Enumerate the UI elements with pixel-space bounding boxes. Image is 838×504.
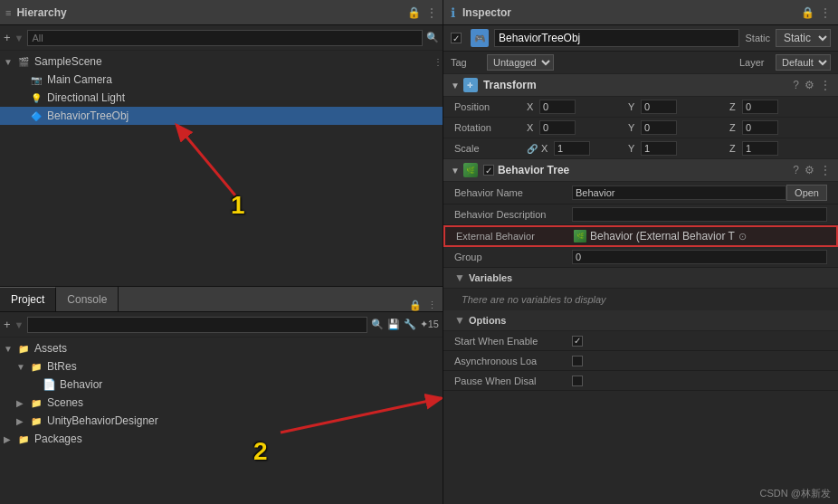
behavior-desc-input[interactable]	[572, 207, 827, 222]
folder-icon: 📁	[29, 359, 43, 374]
project-item-label: UnityBehaviorDesigner	[47, 414, 158, 427]
project-item-assets[interactable]: ▼ 📁 Assets	[0, 339, 443, 357]
settings-icon[interactable]: ⚙	[805, 79, 814, 91]
watermark: CSDN @林新发	[760, 487, 831, 500]
pos-z-input[interactable]	[742, 100, 778, 114]
hierarchy-item-label: Directional Light	[47, 91, 125, 104]
rot-y-field: Y	[628, 120, 726, 135]
active-checkbox[interactable]: ✓	[451, 33, 462, 43]
more-icon[interactable]: ⋮	[820, 79, 831, 91]
y-label: Y	[628, 101, 639, 112]
scale-y-input[interactable]	[641, 141, 677, 156]
project-item-label: Scenes	[47, 396, 83, 409]
rot-z-input[interactable]	[742, 120, 778, 135]
object-name-field[interactable]	[494, 29, 739, 47]
rotation-xyz: X Y Z	[527, 120, 827, 135]
hierarchy-item-label: BehaviorTreeObj	[47, 109, 129, 122]
scale-x-input[interactable]	[554, 141, 590, 156]
arrow-scene: ▼	[4, 57, 16, 67]
project-item-ubd[interactable]: ▶ 📁 UnityBehaviorDesigner	[0, 412, 443, 430]
group-label: Group	[454, 252, 572, 262]
async-load-checkbox[interactable]	[572, 356, 583, 366]
options-expand-icon: ▼	[454, 314, 465, 327]
group-input[interactable]	[572, 250, 827, 264]
hierarchy-item-directionallight[interactable]: 💡 Directional Light	[0, 89, 443, 107]
start-when-checkbox[interactable]: ✓	[572, 336, 583, 347]
project-item-packages[interactable]: ▶ 📁 Packages	[0, 430, 443, 448]
scale-label: Scale	[454, 143, 527, 154]
project-item-btres[interactable]: ▼ 📁 BtRes	[0, 357, 443, 376]
static-dropdown[interactable]: Static	[776, 29, 831, 47]
add-btn-project[interactable]: +	[4, 318, 11, 331]
z-label: Z	[729, 101, 740, 112]
help-icon-bt[interactable]: ?	[793, 164, 799, 176]
position-row: Position X Y Z	[443, 97, 838, 118]
more-icon-bt[interactable]: ⋮	[820, 164, 831, 176]
variables-section: ▼ Variables	[443, 268, 838, 289]
project-toolbar: + ▼ 🔍 💾 🔧 ✦15	[0, 312, 443, 338]
project-panel: Project Console 🔒 ⋮ + ▼ 🔍 💾 🔧 ✦15 ▼	[0, 287, 443, 504]
external-behavior-label: External Behavior	[456, 231, 574, 242]
project-item-scenes[interactable]: ▶ 📁 Scenes	[0, 394, 443, 412]
tab-project[interactable]: Project	[0, 287, 56, 311]
hierarchy-item-maincamera[interactable]: 📷 Main Camera	[0, 71, 443, 89]
ext-behavior-text: Behavior (External Behavior T	[590, 230, 735, 242]
project-item-behavior[interactable]: 📄 Behavior	[0, 376, 443, 394]
settings-icon-bt[interactable]: ⚙	[805, 164, 814, 176]
bt-component-header[interactable]: ▼ 🌿 ✓ Behavior Tree ? ⚙ ⋮	[443, 159, 838, 182]
rot-x-field: X	[527, 120, 624, 135]
bt-title: Behavior Tree	[498, 164, 793, 176]
open-button[interactable]: Open	[786, 185, 827, 201]
scale-z-label: Z	[729, 143, 740, 154]
clear-icon[interactable]: ⊙	[738, 231, 747, 242]
pause-when-checkbox[interactable]	[572, 376, 583, 386]
inspector-title: Inspector	[462, 6, 511, 19]
rot-x-input[interactable]	[539, 120, 576, 135]
rotation-row: Rotation X Y Z	[443, 118, 838, 138]
scale-x-field: 🔗 X	[527, 141, 624, 156]
hierarchy-item-label: Main Camera	[47, 73, 112, 86]
tag-dropdown[interactable]: Untagged	[487, 54, 554, 71]
hierarchy-item-label: SampleScene	[34, 55, 102, 68]
layer-dropdown[interactable]: Default	[776, 54, 831, 71]
hierarchy-item-behaviortreeobj[interactable]: 🔷 BehaviorTreeObj	[0, 107, 443, 125]
layer-label: Layer	[739, 57, 768, 68]
arrow-ubd: ▶	[16, 416, 29, 426]
x-label: X	[527, 101, 538, 112]
help-icon[interactable]: ?	[793, 79, 799, 91]
behavior-name-row: Behavior Name Open	[443, 182, 838, 204]
more-icon: ⋮	[426, 6, 437, 19]
more-icon-inspector: ⋮	[820, 6, 831, 19]
hierarchy-title: Hierarchy	[16, 6, 66, 19]
variables-label: Variables	[469, 272, 512, 283]
scene-icon: 🎬	[16, 54, 31, 69]
camera-icon: 📷	[29, 72, 43, 87]
scale-z-input[interactable]	[742, 141, 778, 156]
hierarchy-item-samplescene[interactable]: ▼ 🎬 SampleScene ⋮	[0, 52, 443, 71]
variables-expand-icon: ▼	[454, 271, 465, 284]
behavior-name-label: Behavior Name	[454, 187, 572, 198]
scale-x-label: X	[541, 143, 552, 154]
inspector-content: ✓ 🎮 Static Static Tag Untagged Layer Def…	[443, 25, 838, 504]
rot-y-label: Y	[628, 122, 639, 133]
pos-y-input[interactable]	[641, 100, 677, 114]
transform-component-header[interactable]: ▼ ✛ Transform ? ⚙ ⋮	[443, 74, 838, 97]
behavior-desc-row: Behavior Description	[443, 204, 838, 225]
arrow-assets: ▼	[4, 344, 16, 354]
annotation-label-1: 1	[231, 191, 245, 220]
arrow-btres: ▼	[16, 362, 29, 372]
options-label: Options	[469, 315, 507, 326]
project-content: ▼ 📁 Assets ▼ 📁 BtRes 📄 Behavior ▶ 📁	[0, 338, 443, 504]
pos-x-input[interactable]	[539, 100, 576, 114]
start-when-label: Start When Enable	[454, 336, 572, 347]
scale-row: Scale 🔗 X Y Z	[443, 138, 838, 159]
rot-y-input[interactable]	[641, 120, 677, 135]
tab-console[interactable]: Console	[56, 287, 119, 311]
light-icon: 💡	[29, 90, 43, 105]
add-button[interactable]: +	[4, 31, 11, 44]
hierarchy-search[interactable]	[27, 30, 423, 46]
behavior-name-input[interactable]	[572, 185, 786, 200]
project-item-label: Packages	[34, 433, 82, 445]
project-search[interactable]	[27, 317, 367, 333]
bt-active-checkbox[interactable]: ✓	[483, 165, 494, 176]
